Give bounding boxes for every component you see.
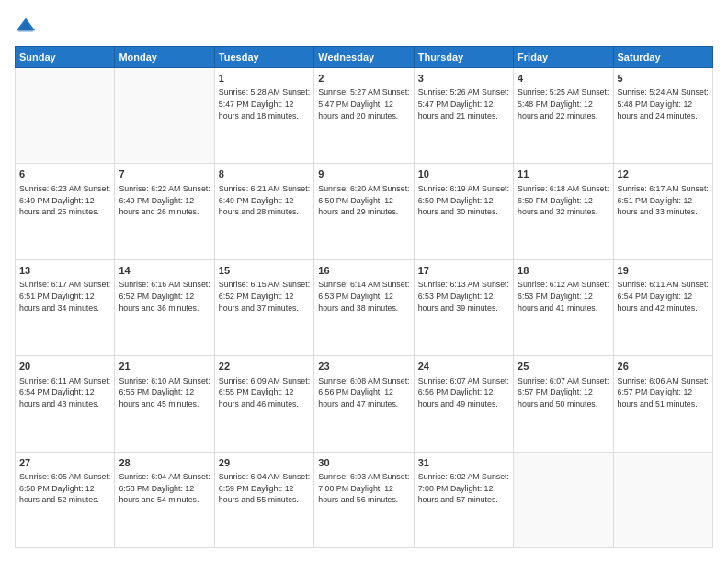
calendar-cell: 22Sunrise: 6:09 AM Sunset: 6:55 PM Dayli… — [214, 356, 313, 452]
calendar-cell: 13Sunrise: 6:17 AM Sunset: 6:51 PM Dayli… — [16, 259, 115, 355]
calendar-cell: 21Sunrise: 6:10 AM Sunset: 6:55 PM Dayli… — [115, 356, 214, 452]
day-number: 1 — [219, 72, 310, 86]
calendar-cell: 5Sunrise: 5:24 AM Sunset: 5:48 PM Daylig… — [613, 68, 712, 164]
day-number: 4 — [518, 72, 609, 86]
day-number: 18 — [518, 264, 609, 278]
calendar-cell: 28Sunrise: 6:04 AM Sunset: 6:58 PM Dayli… — [115, 452, 214, 547]
day-info: Sunrise: 6:08 AM Sunset: 6:56 PM Dayligh… — [318, 375, 409, 410]
week-row-3: 13Sunrise: 6:17 AM Sunset: 6:51 PM Dayli… — [16, 259, 713, 355]
day-number: 15 — [219, 264, 310, 278]
day-number: 9 — [318, 167, 409, 181]
calendar-cell: 20Sunrise: 6:11 AM Sunset: 6:54 PM Dayli… — [16, 356, 115, 452]
calendar-cell: 30Sunrise: 6:03 AM Sunset: 7:00 PM Dayli… — [314, 452, 414, 547]
calendar-cell: 4Sunrise: 5:25 AM Sunset: 5:48 PM Daylig… — [514, 68, 613, 164]
calendar-cell: 1Sunrise: 5:28 AM Sunset: 5:47 PM Daylig… — [214, 68, 313, 164]
day-info: Sunrise: 6:11 AM Sunset: 6:54 PM Dayligh… — [19, 375, 110, 410]
calendar-cell: 17Sunrise: 6:13 AM Sunset: 6:53 PM Dayli… — [414, 259, 513, 355]
day-info: Sunrise: 6:18 AM Sunset: 6:50 PM Dayligh… — [518, 183, 609, 218]
day-of-week-wednesday: Wednesday — [314, 47, 414, 68]
day-info: Sunrise: 6:10 AM Sunset: 6:55 PM Dayligh… — [119, 375, 210, 410]
week-row-1: 1Sunrise: 5:28 AM Sunset: 5:47 PM Daylig… — [16, 68, 713, 164]
calendar-cell: 10Sunrise: 6:19 AM Sunset: 6:50 PM Dayli… — [414, 164, 513, 259]
calendar-cell: 18Sunrise: 6:12 AM Sunset: 6:53 PM Dayli… — [514, 259, 613, 355]
calendar-cell: 9Sunrise: 6:20 AM Sunset: 6:50 PM Daylig… — [314, 164, 414, 259]
day-info: Sunrise: 5:28 AM Sunset: 5:47 PM Dayligh… — [219, 86, 310, 121]
calendar-cell: 16Sunrise: 6:14 AM Sunset: 6:53 PM Dayli… — [314, 259, 414, 355]
day-number: 24 — [418, 360, 509, 373]
calendar-cell: 12Sunrise: 6:17 AM Sunset: 6:51 PM Dayli… — [613, 164, 712, 259]
week-row-5: 27Sunrise: 6:05 AM Sunset: 6:58 PM Dayli… — [16, 452, 713, 547]
day-info: Sunrise: 6:03 AM Sunset: 7:00 PM Dayligh… — [318, 471, 409, 506]
calendar-body: 1Sunrise: 5:28 AM Sunset: 5:47 PM Daylig… — [16, 68, 713, 548]
calendar-cell: 25Sunrise: 6:07 AM Sunset: 6:57 PM Dayli… — [514, 356, 613, 452]
day-info: Sunrise: 6:07 AM Sunset: 6:56 PM Dayligh… — [418, 375, 509, 410]
day-number: 26 — [618, 360, 709, 373]
day-number: 5 — [618, 72, 709, 86]
day-number: 12 — [618, 167, 709, 181]
calendar-cell: 29Sunrise: 6:04 AM Sunset: 6:59 PM Dayli… — [214, 452, 313, 547]
logo — [15, 15, 40, 37]
day-info: Sunrise: 5:24 AM Sunset: 5:48 PM Dayligh… — [618, 86, 709, 121]
header — [15, 15, 713, 37]
day-of-week-tuesday: Tuesday — [214, 47, 313, 68]
day-info: Sunrise: 6:14 AM Sunset: 6:53 PM Dayligh… — [318, 279, 409, 314]
day-info: Sunrise: 6:19 AM Sunset: 6:50 PM Dayligh… — [418, 183, 509, 218]
calendar-cell: 27Sunrise: 6:05 AM Sunset: 6:58 PM Dayli… — [16, 452, 115, 547]
calendar-table: SundayMondayTuesdayWednesdayThursdayFrid… — [15, 46, 713, 548]
calendar-cell: 26Sunrise: 6:06 AM Sunset: 6:57 PM Dayli… — [613, 356, 712, 452]
day-info: Sunrise: 6:04 AM Sunset: 6:59 PM Dayligh… — [219, 471, 310, 506]
day-number: 28 — [119, 456, 210, 470]
day-number: 10 — [418, 167, 509, 181]
day-info: Sunrise: 6:05 AM Sunset: 6:58 PM Dayligh… — [19, 471, 110, 506]
day-info: Sunrise: 6:11 AM Sunset: 6:54 PM Dayligh… — [618, 279, 709, 314]
day-info: Sunrise: 6:09 AM Sunset: 6:55 PM Dayligh… — [219, 375, 310, 410]
day-number: 19 — [618, 264, 709, 278]
day-info: Sunrise: 6:20 AM Sunset: 6:50 PM Dayligh… — [318, 183, 409, 218]
day-number: 3 — [418, 72, 509, 86]
generalblue-logo-icon — [15, 15, 37, 37]
day-info: Sunrise: 6:02 AM Sunset: 7:00 PM Dayligh… — [418, 471, 509, 506]
day-number: 29 — [219, 456, 310, 470]
day-info: Sunrise: 6:21 AM Sunset: 6:49 PM Dayligh… — [219, 183, 310, 218]
day-info: Sunrise: 5:25 AM Sunset: 5:48 PM Dayligh… — [518, 86, 609, 121]
day-info: Sunrise: 6:04 AM Sunset: 6:58 PM Dayligh… — [119, 471, 210, 506]
week-row-2: 6Sunrise: 6:23 AM Sunset: 6:49 PM Daylig… — [16, 164, 713, 259]
day-of-week-saturday: Saturday — [613, 47, 712, 68]
day-number: 20 — [19, 360, 110, 373]
calendar-header: SundayMondayTuesdayWednesdayThursdayFrid… — [16, 47, 713, 68]
week-row-4: 20Sunrise: 6:11 AM Sunset: 6:54 PM Dayli… — [16, 356, 713, 452]
day-info: Sunrise: 5:27 AM Sunset: 5:47 PM Dayligh… — [318, 86, 409, 121]
calendar-cell: 2Sunrise: 5:27 AM Sunset: 5:47 PM Daylig… — [314, 68, 414, 164]
day-number: 25 — [518, 360, 609, 373]
day-info: Sunrise: 6:22 AM Sunset: 6:49 PM Dayligh… — [119, 183, 210, 218]
day-info: Sunrise: 6:16 AM Sunset: 6:52 PM Dayligh… — [119, 279, 210, 314]
day-of-week-monday: Monday — [115, 47, 214, 68]
calendar-cell: 14Sunrise: 6:16 AM Sunset: 6:52 PM Dayli… — [115, 259, 214, 355]
day-number: 7 — [119, 167, 210, 181]
calendar-cell: 11Sunrise: 6:18 AM Sunset: 6:50 PM Dayli… — [514, 164, 613, 259]
calendar-cell — [613, 452, 712, 547]
calendar-cell: 19Sunrise: 6:11 AM Sunset: 6:54 PM Dayli… — [613, 259, 712, 355]
calendar-cell: 6Sunrise: 6:23 AM Sunset: 6:49 PM Daylig… — [16, 164, 115, 259]
day-number: 27 — [19, 456, 110, 470]
day-number: 6 — [19, 167, 110, 181]
day-number: 14 — [119, 264, 210, 278]
day-number: 16 — [318, 264, 409, 278]
day-info: Sunrise: 6:12 AM Sunset: 6:53 PM Dayligh… — [518, 279, 609, 314]
day-number: 30 — [318, 456, 409, 470]
day-number: 8 — [219, 167, 310, 181]
calendar-cell — [16, 68, 115, 164]
day-of-week-sunday: Sunday — [16, 47, 115, 68]
day-of-week-friday: Friday — [514, 47, 613, 68]
day-number: 13 — [19, 264, 110, 278]
calendar-cell: 3Sunrise: 5:26 AM Sunset: 5:47 PM Daylig… — [414, 68, 513, 164]
day-number: 31 — [418, 456, 509, 470]
page: SundayMondayTuesdayWednesdayThursdayFrid… — [0, 0, 728, 563]
days-of-week-row: SundayMondayTuesdayWednesdayThursdayFrid… — [16, 47, 713, 68]
day-number: 21 — [119, 360, 210, 373]
day-number: 11 — [518, 167, 609, 181]
day-info: Sunrise: 6:17 AM Sunset: 6:51 PM Dayligh… — [618, 183, 709, 218]
calendar-cell — [514, 452, 613, 547]
calendar-cell: 8Sunrise: 6:21 AM Sunset: 6:49 PM Daylig… — [214, 164, 313, 259]
day-number: 23 — [318, 360, 409, 373]
